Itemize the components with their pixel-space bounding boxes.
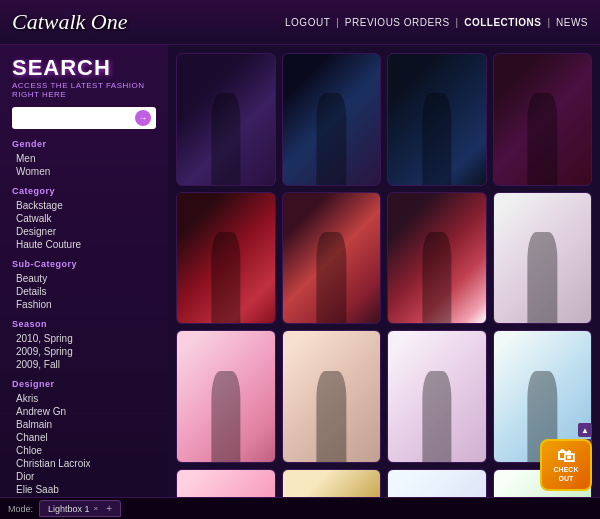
filter-gender-label: Gender: [12, 139, 156, 149]
image-item-6[interactable]: [282, 192, 382, 325]
content-area: ▲ ▼ 🛍 CHECKOUT: [168, 45, 600, 519]
image-item-4[interactable]: [493, 53, 593, 186]
image-item-8[interactable]: [493, 192, 593, 325]
filter-season: Season 2010, Spring 2009, Spring 2009, F…: [12, 319, 156, 371]
search-box: [12, 107, 156, 129]
lightbox-mode-label: Mode:: [8, 504, 33, 514]
filter-designer-akris[interactable]: Akris: [12, 392, 156, 405]
filter-season-2009fall[interactable]: 2009, Fall: [12, 358, 156, 371]
image-item-1[interactable]: [176, 53, 276, 186]
nav-divider-3: |: [547, 17, 550, 28]
lightbox-tab-label: Lightbox 1: [48, 504, 90, 514]
checkout-bag-icon: 🛍: [557, 447, 575, 465]
filter-designer-dior[interactable]: Dior: [12, 470, 156, 483]
filter-season-2010spring[interactable]: 2010, Spring: [12, 332, 156, 345]
filter-category: Category Backstage Catwalk Designer Haut…: [12, 186, 156, 251]
nav-collections[interactable]: COLLECTIONS: [464, 17, 541, 28]
image-item-10[interactable]: [282, 330, 382, 463]
filter-category-backstage[interactable]: Backstage: [12, 199, 156, 212]
filter-gender: Gender Men Women: [12, 139, 156, 178]
nav-previous-orders[interactable]: PREVIOUS ORDERS: [345, 17, 450, 28]
filter-category-label: Category: [12, 186, 156, 196]
filter-designer-label: Designer: [12, 379, 156, 389]
search-input[interactable]: [17, 113, 135, 124]
sidebar: SEARCH ACCESS THE LATEST FASHION RIGHT H…: [0, 45, 168, 519]
checkout-button[interactable]: 🛍 CHECKOUT: [540, 439, 592, 491]
filter-category-hautecouture[interactable]: Haute Couture: [12, 238, 156, 251]
main-layout: SEARCH ACCESS THE LATEST FASHION RIGHT H…: [0, 45, 600, 519]
image-grid: [176, 53, 592, 519]
logo: Catwalk One: [12, 9, 128, 35]
nav-logout[interactable]: LOGOUT: [285, 17, 330, 28]
filter-designer-elie-saab[interactable]: Elie Saab: [12, 483, 156, 496]
bottom-bar: Mode: Lightbox 1 × +: [0, 497, 600, 519]
filter-season-label: Season: [12, 319, 156, 329]
image-item-9[interactable]: [176, 330, 276, 463]
filter-gender-women[interactable]: Women: [12, 165, 156, 178]
filter-category-catwalk[interactable]: Catwalk: [12, 212, 156, 225]
image-item-5[interactable]: [176, 192, 276, 325]
filter-sub-details[interactable]: Details: [12, 285, 156, 298]
scroll-up-arrow[interactable]: ▲: [578, 423, 592, 437]
filter-subcategory: Sub-Category Beauty Details Fashion: [12, 259, 156, 311]
filter-designer-chanel[interactable]: Chanel: [12, 431, 156, 444]
lightbox-tab-1[interactable]: Lightbox 1 × +: [39, 500, 121, 517]
filter-designer-andrew-gn[interactable]: Andrew Gn: [12, 405, 156, 418]
search-title: SEARCH: [12, 55, 156, 81]
filter-subcategory-label: Sub-Category: [12, 259, 156, 269]
nav-divider-1: |: [336, 17, 339, 28]
search-submit-icon[interactable]: [135, 110, 151, 126]
lightbox-add-icon[interactable]: +: [106, 503, 112, 514]
image-item-11[interactable]: [387, 330, 487, 463]
filter-gender-men[interactable]: Men: [12, 152, 156, 165]
image-item-2[interactable]: [282, 53, 382, 186]
image-item-7[interactable]: [387, 192, 487, 325]
filter-season-2009spring[interactable]: 2009, Spring: [12, 345, 156, 358]
checkout-label: CHECKOUT: [554, 465, 579, 483]
filter-designer-christian-lacroix[interactable]: Christian Lacroix: [12, 457, 156, 470]
filter-category-designer[interactable]: Designer: [12, 225, 156, 238]
filter-sub-fashion[interactable]: Fashion: [12, 298, 156, 311]
nav-divider-2: |: [456, 17, 459, 28]
nav-news[interactable]: NEWS: [556, 17, 588, 28]
filter-designer-balmain[interactable]: Balmain: [12, 418, 156, 431]
image-item-3[interactable]: [387, 53, 487, 186]
search-subtitle: ACCESS THE LATEST FASHION RIGHT HERE: [12, 81, 156, 99]
filter-designer-chloe[interactable]: Chloe: [12, 444, 156, 457]
lightbox-close-icon[interactable]: ×: [94, 504, 99, 513]
filter-sub-beauty[interactable]: Beauty: [12, 272, 156, 285]
nav-links: LOGOUT | PREVIOUS ORDERS | COLLECTIONS |…: [285, 17, 588, 28]
header: Catwalk One LOGOUT | PREVIOUS ORDERS | C…: [0, 0, 600, 45]
